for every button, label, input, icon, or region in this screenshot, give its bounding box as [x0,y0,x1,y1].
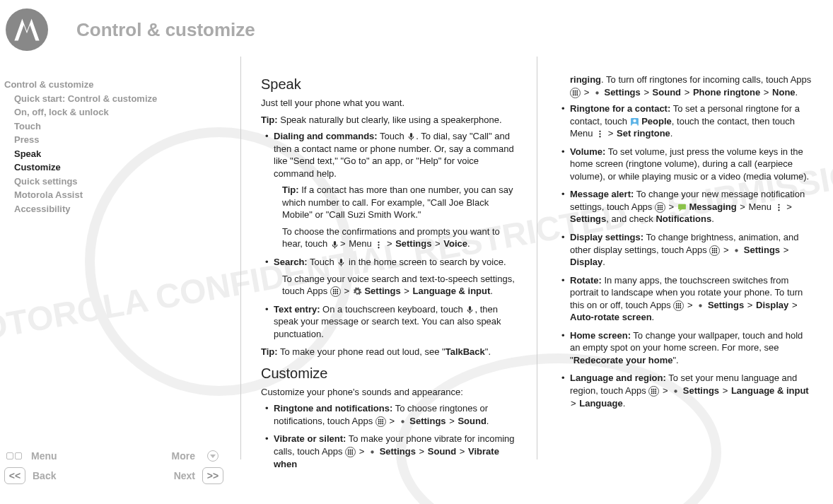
gear-icon [593,88,602,98]
mic-icon [330,240,339,250]
svg-point-76 [653,389,655,390]
toc-item-active[interactable]: Speak [4,147,236,161]
toc-item[interactable]: On, off, lock & unlock [4,105,236,119]
svg-point-16 [380,421,381,423]
svg-point-77 [656,389,657,390]
menu-dots-icon [774,203,784,212]
svg-point-8 [337,291,338,293]
list-item: Volume: To set volume, just press the vo… [561,146,813,183]
svg-point-35 [576,92,578,93]
svg-point-29 [352,453,354,455]
svg-point-41 [600,131,601,132]
gear-icon [353,287,362,296]
svg-point-20 [382,423,383,424]
list-item: Rotate: In many apps, the touchscreen sw… [561,274,813,324]
mic-icon [337,258,346,267]
sub-tip: Tip: If a contact has more than one numb… [282,184,517,221]
toc-item[interactable]: Motorola Assist [4,188,236,202]
svg-point-11 [337,293,338,295]
apps-icon [330,286,341,297]
svg-point-47 [658,207,659,209]
motorola-logo-icon [6,8,48,51]
toc-item[interactable]: Press [4,133,236,147]
svg-point-0 [378,241,380,242]
svg-point-28 [350,453,351,455]
nav-menu-label[interactable]: Menu [31,450,57,462]
page-header: Control & customize [0,0,833,57]
nav-more-label[interactable]: More [172,450,195,462]
toc-item[interactable]: Accessibility [4,202,236,216]
svg-point-67 [678,303,680,305]
mic-icon [465,305,474,315]
svg-point-3 [333,289,334,291]
sidebar-nav: Menu More << Back Next >> [4,447,223,487]
svg-point-30 [573,90,574,91]
more-down-icon[interactable] [202,447,223,464]
list-item: Ringtone and notifications: To choose ri… [265,402,517,427]
gear-icon [671,387,680,396]
svg-point-82 [653,392,655,394]
svg-point-1 [378,244,380,245]
list-item: Vibrate or silent: To make your phone vi… [265,433,517,470]
tip: Tip: To make your phone read out loud, s… [261,346,517,358]
mic-icon [407,132,416,141]
apps-icon [709,245,720,256]
paragraph: Just tell your phone what you want. [261,97,517,110]
apps-icon [375,416,386,427]
list-item: Display settings: To change brightness, … [561,231,813,269]
svg-point-36 [573,94,574,95]
svg-point-25 [350,452,351,453]
next-button-icon[interactable]: >> [202,467,223,484]
svg-point-71 [680,305,682,306]
svg-point-43 [600,136,601,137]
svg-point-9 [333,293,334,295]
svg-point-7 [335,291,337,293]
sub-paragraph: To change your voice search and text-to-… [282,273,517,298]
svg-point-66 [676,303,677,305]
nav-next-label[interactable]: Next [174,470,195,481]
svg-point-44 [658,205,659,206]
svg-point-65 [716,252,718,253]
svg-point-17 [382,421,383,423]
toc-item[interactable]: Control & customize [4,78,236,92]
svg-point-63 [712,252,713,253]
toc-item[interactable]: Touch [4,119,236,134]
toc-item[interactable]: Quick start: Control & customize [4,92,236,106]
list-item: Dialing and commands: Touch . To dial, s… [265,130,517,250]
apps-icon [673,300,684,311]
nav-back-label[interactable]: Back [33,470,56,481]
svg-point-80 [656,391,657,392]
section-heading-customize: Customize [261,364,517,383]
svg-point-64 [714,252,716,253]
toc-item-active[interactable]: Customize [4,160,236,175]
paragraph: Customize your phone's sounds and appear… [261,386,517,399]
list-item: Search: Touch in the home screen to sear… [265,256,517,298]
svg-point-52 [661,209,663,210]
svg-point-23 [352,450,354,451]
toc-item[interactable]: Quick settings [4,175,236,189]
svg-point-40 [633,119,636,122]
apps-icon [570,88,581,98]
back-button-icon[interactable]: << [4,467,25,484]
svg-point-73 [678,307,680,308]
list-item: Home screen: To change your wallpaper, t… [561,329,813,367]
svg-point-56 [778,209,779,211]
menu-dots-icon [374,240,383,250]
svg-point-13 [380,419,381,421]
svg-point-81 [651,392,653,394]
svg-point-24 [348,452,349,453]
svg-point-46 [661,205,663,206]
list-item: Message alert: To change your new messag… [561,188,813,225]
svg-point-34 [575,92,576,93]
list-item: Text entry: On a touchscreen keyboard, t… [265,303,517,341]
svg-point-32 [576,90,578,91]
menu-grid-icon[interactable] [4,447,24,464]
svg-point-6 [333,291,334,293]
svg-point-50 [658,209,659,210]
apps-icon [345,447,356,457]
gear-icon [398,417,407,426]
svg-point-69 [676,305,677,306]
apps-icon [655,202,665,213]
svg-point-59 [716,247,718,249]
svg-point-22 [350,450,351,451]
